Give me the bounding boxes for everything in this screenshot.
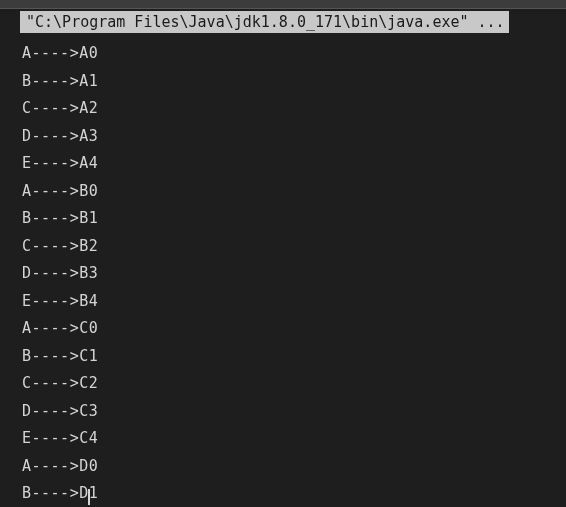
output-line: D---->B3	[22, 260, 566, 288]
output-line: C---->B2	[22, 233, 566, 261]
output-line: C---->A2	[22, 95, 566, 123]
console-output: A---->A0 B---->A1 C---->A2 D---->A3 E---…	[0, 33, 566, 507]
output-line: B---->D1	[22, 480, 566, 507]
output-line: A---->D0	[22, 453, 566, 481]
output-line: E---->A4	[22, 150, 566, 178]
output-line: E---->B4	[22, 288, 566, 316]
window-top-bar	[0, 0, 566, 9]
output-line: A---->C0	[22, 315, 566, 343]
output-line: A---->A0	[22, 40, 566, 68]
output-line: A---->B0	[22, 178, 566, 206]
output-line: B---->A1	[22, 68, 566, 96]
command-header: "C:\Program Files\Java\jdk1.8.0_171\bin\…	[20, 11, 509, 33]
output-line: B---->B1	[22, 205, 566, 233]
output-line: E---->C4	[22, 425, 566, 453]
console-panel: "C:\Program Files\Java\jdk1.8.0_171\bin\…	[0, 9, 566, 507]
output-line: C---->C2	[22, 370, 566, 398]
output-line: B---->C1	[22, 343, 566, 371]
output-line: D---->A3	[22, 123, 566, 151]
text-cursor	[88, 489, 90, 505]
output-line: D---->C3	[22, 398, 566, 426]
